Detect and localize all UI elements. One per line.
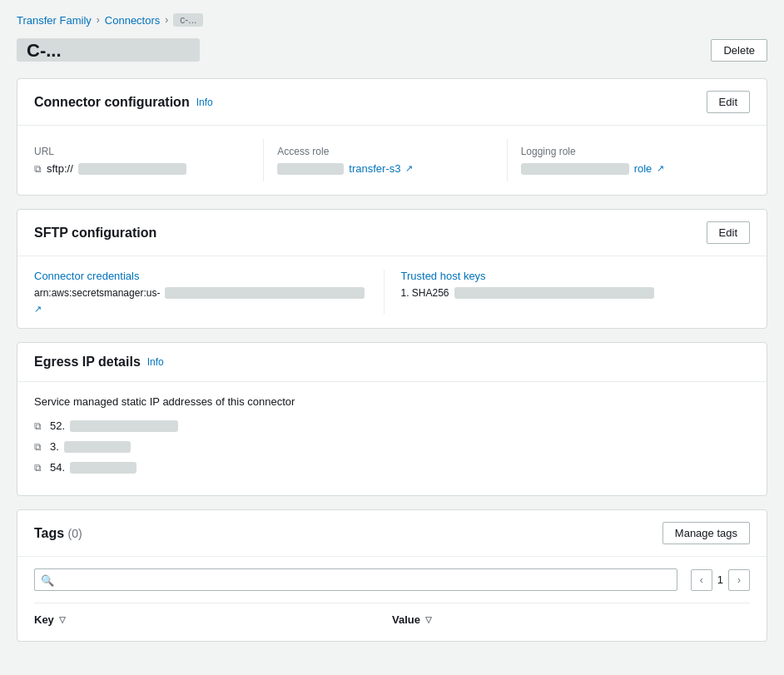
sftp-credentials-ext-icon[interactable]: ↗ — [34, 304, 42, 315]
delete-button[interactable]: Delete — [711, 39, 767, 62]
connector-config-card: Connector configuration Info Edit URL ⧉ … — [17, 78, 767, 196]
breadcrumb: Transfer Family › Connectors › c-... — [17, 13, 767, 27]
ip2-redacted — [64, 441, 131, 453]
manage-tags-button[interactable]: Manage tags — [662, 522, 750, 544]
logging-role-link[interactable]: role — [634, 162, 653, 175]
url-label: URL — [34, 146, 250, 157]
egress-body: Service managed static IP addresses of t… — [17, 382, 767, 495]
tags-value-label: Value — [392, 613, 420, 626]
tags-value-header: Value ▽ — [392, 610, 750, 629]
tags-search-input[interactable] — [34, 568, 677, 591]
breadcrumb-current-id: c-... — [173, 13, 203, 27]
url-field-group: URL ⧉ sftp:// — [34, 139, 264, 181]
sftp-config-body: Connector credentials arn:aws:secretsman… — [17, 256, 767, 328]
ip-item-3: ⧉ 54. — [34, 461, 750, 474]
tags-key-label: Key — [34, 613, 54, 626]
sftp-trusted-keys-value: 1. SHA256 — [401, 287, 734, 299]
egress-title: Egress IP details Info — [34, 355, 164, 370]
ip3-value: 54. — [50, 461, 136, 474]
url-prefix: sftp:// — [47, 162, 73, 175]
pagination-prev-button[interactable]: ‹ — [691, 569, 712, 591]
connector-fields-row: URL ⧉ sftp:// Access role transfer-s3 ↗ … — [34, 139, 750, 181]
tags-body: 🔍 ‹ 1 › Key ▽ Value ▽ — [17, 557, 767, 641]
sftp-sha-prefix: 1. SHA256 — [401, 287, 449, 299]
tags-card: Tags (0) Manage tags 🔍 ‹ 1 › Key ▽ Value — [17, 509, 767, 642]
egress-info[interactable]: Info — [147, 356, 164, 368]
egress-title-text: Egress IP details — [34, 355, 141, 370]
tags-search-row: 🔍 ‹ 1 › — [34, 568, 750, 591]
ip1-redacted — [70, 420, 178, 432]
breadcrumb-sep-1: › — [97, 14, 100, 26]
sftp-config-edit-button[interactable]: Edit — [707, 221, 750, 244]
connector-config-info[interactable]: Info — [196, 97, 213, 108]
sftp-config-title: SFTP configuration — [34, 226, 156, 241]
breadcrumb-transfer-family[interactable]: Transfer Family — [17, 14, 92, 27]
access-role-ext-icon[interactable]: ↗ — [405, 163, 413, 174]
ip3-prefix: 54. — [50, 461, 65, 474]
url-value: ⧉ sftp:// — [34, 162, 250, 175]
connector-config-title: Connector configuration Info — [34, 95, 213, 110]
ip-item-1: ⧉ 52. — [34, 419, 750, 432]
sftp-credentials-label: Connector credentials — [34, 270, 367, 282]
connector-config-title-text: Connector configuration — [34, 95, 190, 110]
access-role-value: transfer-s3 ↗ — [277, 162, 493, 175]
ip1-copy-icon[interactable]: ⧉ — [34, 420, 42, 432]
sftp-config-card: SFTP configuration Edit Connector creden… — [17, 209, 767, 329]
search-icon: 🔍 — [41, 573, 54, 586]
tags-table-header: Key ▽ Value ▽ — [34, 603, 750, 629]
ip1-prefix: 52. — [50, 419, 65, 432]
logging-role-field-group: Logging role role ↗ — [521, 139, 750, 181]
tags-search-wrap: 🔍 — [34, 568, 677, 591]
tags-value-sort-icon[interactable]: ▽ — [425, 615, 432, 624]
access-role-label: Access role — [277, 146, 493, 157]
egress-header: Egress IP details Info — [17, 343, 767, 382]
pagination-next-button[interactable]: › — [728, 569, 750, 591]
access-role-field-group: Access role transfer-s3 ↗ — [277, 139, 507, 181]
sftp-credentials-col: Connector credentials arn:aws:secretsman… — [34, 270, 385, 315]
url-redacted — [78, 163, 186, 175]
sftp-credentials-value: arn:aws:secretsmanager:us- ↗ — [34, 287, 367, 315]
sftp-sha-redacted — [454, 287, 654, 299]
sftp-arn-redacted — [165, 287, 365, 299]
tags-title-text: Tags — [34, 526, 64, 540]
tags-key-header: Key ▽ — [34, 610, 392, 629]
logging-role-ext-icon[interactable]: ↗ — [657, 163, 664, 174]
tags-title: Tags (0) — [34, 526, 82, 541]
ip-item-2: ⧉ 3. — [34, 440, 750, 453]
sftp-config-header: SFTP configuration Edit — [17, 210, 767, 256]
tags-key-sort-icon[interactable]: ▽ — [59, 615, 66, 624]
ip2-copy-icon[interactable]: ⧉ — [34, 441, 42, 453]
logging-role-value: role ↗ — [521, 162, 737, 175]
tags-count: (0) — [68, 527, 82, 540]
logging-role-label: Logging role — [521, 146, 737, 157]
access-role-link[interactable]: transfer-s3 — [349, 162, 400, 175]
egress-card: Egress IP details Info Service managed s… — [17, 342, 767, 496]
ip1-value: 52. — [50, 419, 178, 432]
ip2-prefix: 3. — [50, 440, 59, 453]
logging-role-redacted — [521, 163, 629, 175]
page-title: C-... — [17, 38, 200, 62]
tags-header: Tags (0) Manage tags — [17, 510, 767, 557]
connector-config-header: Connector configuration Info Edit — [17, 79, 767, 126]
sftp-config-title-text: SFTP configuration — [34, 226, 156, 241]
sftp-trusted-keys-label: Trusted host keys — [401, 270, 734, 282]
sftp-trusted-keys-col: Trusted host keys 1. SHA256 — [401, 270, 751, 315]
ip3-redacted — [70, 462, 136, 474]
page-header: C-... Delete — [17, 38, 767, 62]
access-role-redacted — [277, 163, 344, 175]
ip3-copy-icon[interactable]: ⧉ — [34, 462, 42, 474]
ip2-value: 3. — [50, 440, 131, 453]
connector-config-body: URL ⧉ sftp:// Access role transfer-s3 ↗ … — [17, 126, 767, 195]
connector-config-edit-button[interactable]: Edit — [707, 91, 750, 113]
egress-description: Service managed static IP addresses of t… — [34, 395, 750, 408]
pagination-page: 1 — [717, 573, 723, 586]
tags-pagination: ‹ 1 › — [691, 569, 750, 591]
url-copy-icon[interactable]: ⧉ — [34, 163, 42, 175]
breadcrumb-connectors[interactable]: Connectors — [105, 14, 160, 27]
sftp-arn-prefix: arn:aws:secretsmanager:us- — [34, 287, 160, 299]
breadcrumb-sep-2: › — [165, 14, 168, 26]
